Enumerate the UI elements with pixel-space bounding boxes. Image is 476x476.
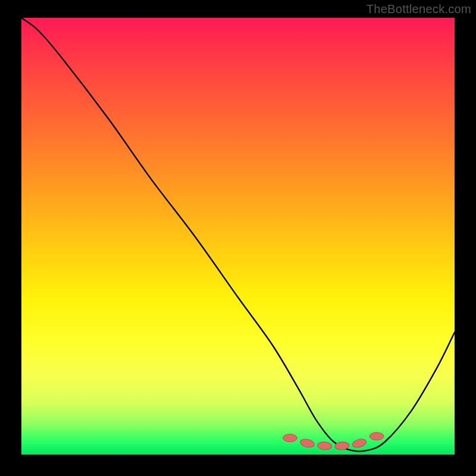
marker-dot bbox=[317, 441, 332, 450]
marker-dot bbox=[283, 434, 297, 442]
bottleneck-curve bbox=[21, 18, 455, 452]
chart-svg bbox=[21, 18, 455, 455]
marker-dot bbox=[299, 438, 315, 449]
marker-dot bbox=[369, 433, 384, 440]
marker-dot bbox=[351, 437, 367, 449]
plot-area bbox=[21, 18, 455, 455]
chart-frame: TheBottleneck.com bbox=[0, 0, 476, 476]
watermark-text: TheBottleneck.com bbox=[367, 2, 471, 16]
